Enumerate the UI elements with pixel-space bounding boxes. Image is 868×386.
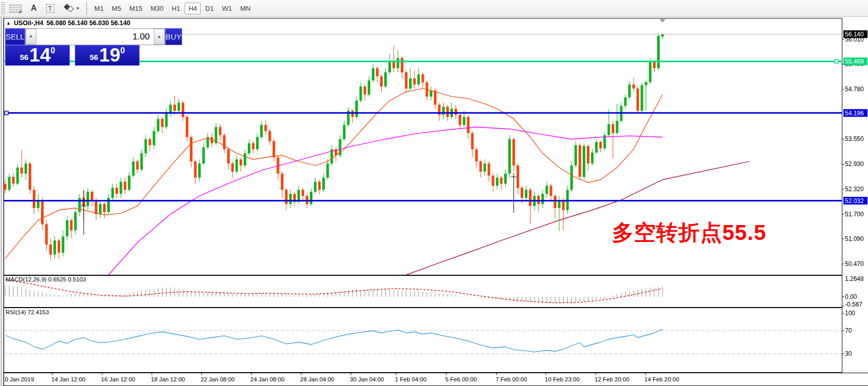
- svg-text:14 Feb 20:00: 14 Feb 20:00: [644, 376, 679, 382]
- svg-text:100: 100: [845, 310, 855, 317]
- svg-text:-0.567: -0.567: [845, 301, 862, 308]
- window-left-edge[interactable]: [0, 17, 4, 386]
- macd-indicator-label: MACD(12,26,9) 0.6525 0.5103: [6, 276, 86, 282]
- svg-text:18 Jan 12:00: 18 Jan 12:00: [151, 376, 185, 382]
- price-axis[interactable]: 56.01055.40054.78053.55052.93052.32051.7…: [842, 30, 868, 357]
- svg-text:30 Jan 04:00: 30 Jan 04:00: [350, 376, 384, 382]
- svg-text:28 Jan 04:00: 28 Jan 04:00: [300, 376, 334, 382]
- svg-text:10 Feb 23:00: 10 Feb 23:00: [545, 376, 580, 382]
- volume-decrease-button[interactable]: ▼: [26, 29, 36, 45]
- svg-text:24 Jan 08:00: 24 Jan 08:00: [250, 376, 285, 382]
- one-click-trade-panel: SELL ▼ ▲ BUY 56 14 0 56 19 0: [5, 28, 140, 66]
- indicator-grid-icon[interactable]: F: [9, 2, 22, 14]
- rsi-panel: [4, 308, 842, 373]
- buy-price-dec: 19: [99, 47, 120, 64]
- svg-text:54.196: 54.196: [845, 110, 864, 117]
- chart-annotation-text: 多空转折点55.5: [612, 218, 766, 247]
- svg-text:10 Jan 2019: 10 Jan 2019: [2, 376, 34, 382]
- buy-price-pip: 0: [120, 47, 125, 55]
- tf-button-h1[interactable]: H1: [168, 3, 184, 14]
- toolbar-separator: [86, 2, 88, 15]
- tf-button-m5[interactable]: M5: [108, 3, 125, 14]
- chart-ohlc-values: 56.080 56.140 56.030 56.140: [47, 19, 130, 27]
- text-tool-icon[interactable]: T: [46, 2, 54, 14]
- svg-text:52.930: 52.930: [845, 160, 864, 168]
- toolbar: F A T ▾ M1 M5 M15 M30 H1 H4 D1 W1 MN: [0, 0, 868, 17]
- sell-price-box[interactable]: 56 14 0: [5, 45, 70, 66]
- tf-button-m30[interactable]: M30: [147, 3, 167, 14]
- svg-text:5 Feb 00:00: 5 Feb 00:00: [445, 376, 477, 382]
- svg-text:51.090: 51.090: [845, 235, 864, 242]
- chart-canvas[interactable]: 56.01055.40054.78053.55052.93052.32051.7…: [0, 17, 868, 386]
- chart-title: ▲ USOil-,H4 56.080 56.140 56.030 56.140: [6, 19, 130, 27]
- svg-text:1 Feb 04:00: 1 Feb 04:00: [395, 376, 426, 382]
- svg-text:53.550: 53.550: [845, 135, 864, 143]
- svg-text:7 Feb 00:00: 7 Feb 00:00: [496, 376, 527, 382]
- toolbar-grip[interactable]: [1, 2, 5, 15]
- tf-button-w1[interactable]: W1: [219, 3, 236, 14]
- dropdown-caret-icon: ▾: [77, 6, 80, 11]
- line-handle: [835, 59, 838, 63]
- rsi-indicator-label: RSI(14) 72.4153: [6, 309, 49, 315]
- chart-symbol: USOil-,H4: [14, 19, 44, 27]
- svg-text:0.00: 0.00: [845, 293, 857, 300]
- svg-text:70: 70: [845, 327, 852, 334]
- shapes-tool-icon[interactable]: ▾: [64, 2, 80, 14]
- tf-button-mn[interactable]: MN: [236, 3, 254, 14]
- collapse-arrow-icon[interactable]: ▲: [6, 21, 11, 26]
- buy-button[interactable]: BUY: [165, 28, 182, 45]
- chart-window: 56.01055.40054.78053.55052.93052.32051.7…: [0, 17, 868, 386]
- sell-price-int: 56: [20, 51, 29, 64]
- buy-price-box[interactable]: 56 19 0: [75, 45, 140, 66]
- svg-text:22 Jan 08:00: 22 Jan 08:00: [201, 376, 235, 382]
- svg-text:52.032: 52.032: [845, 197, 864, 205]
- volume-input[interactable]: [36, 29, 154, 45]
- cursor-a-icon[interactable]: A: [31, 2, 37, 14]
- svg-text:54.780: 54.780: [845, 86, 864, 93]
- volume-box: ▼ ▲: [25, 28, 165, 45]
- svg-text:51.700: 51.700: [845, 211, 864, 218]
- sell-price-dec: 14: [29, 47, 50, 64]
- svg-text:30: 30: [845, 350, 852, 357]
- buy-price-int: 56: [90, 51, 98, 64]
- tf-button-d1[interactable]: D1: [202, 3, 218, 14]
- tf-button-m15[interactable]: M15: [126, 3, 146, 14]
- volume-increase-button[interactable]: ▲: [154, 29, 165, 45]
- svg-text:14 Jan 12:00: 14 Jan 12:00: [51, 376, 86, 382]
- svg-text:52.320: 52.320: [845, 186, 864, 193]
- tf-button-m1[interactable]: M1: [91, 3, 107, 14]
- tf-button-h4[interactable]: H4: [185, 3, 201, 14]
- sell-button[interactable]: SELL: [5, 28, 25, 45]
- svg-text:1.2648: 1.2648: [845, 275, 864, 282]
- sell-price-pip: 0: [50, 47, 55, 55]
- svg-text:12 Feb 20:00: 12 Feb 20:00: [595, 376, 629, 382]
- svg-text:50.470: 50.470: [845, 260, 864, 268]
- macd-panel: [4, 276, 842, 308]
- line-handle: [5, 111, 8, 115]
- svg-text:56.140: 56.140: [845, 31, 864, 38]
- svg-text:16 Jan 12:00: 16 Jan 12:00: [101, 376, 135, 382]
- svg-text:55.469: 55.469: [845, 58, 864, 65]
